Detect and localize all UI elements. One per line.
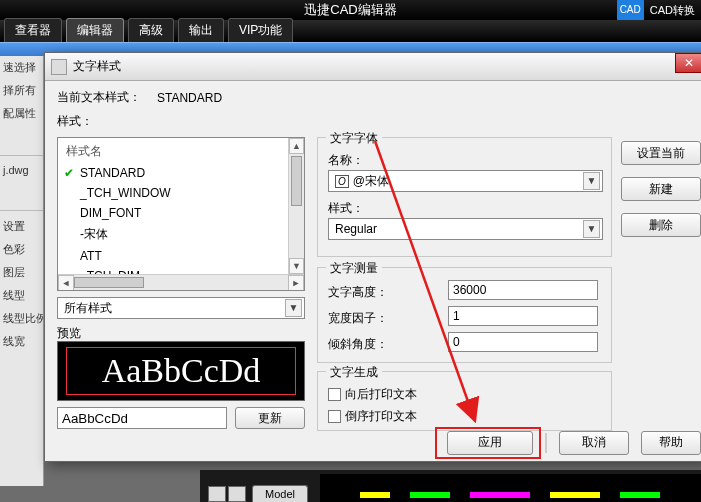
sidebar-item[interactable]: 图层 — [0, 261, 43, 284]
upsidedown-checkbox[interactable]: 倒序打印文本 — [328, 408, 417, 425]
dialog-icon — [51, 59, 67, 75]
measure-group-legend: 文字测量 — [326, 260, 382, 277]
width-factor-label: 宽度因子： — [328, 310, 388, 327]
ribbon-tabs: 查看器 编辑器 高级 输出 VIP功能 — [0, 20, 701, 42]
set-current-button[interactable]: 设置当前 — [621, 141, 701, 165]
font-name-label: 名称： — [328, 152, 364, 169]
scroll-up-icon[interactable]: ▲ — [289, 138, 304, 154]
sidebar-item[interactable]: 色彩 — [0, 238, 43, 261]
style-filter-select[interactable]: 所有样式 ▼ — [57, 297, 305, 319]
sidebar-item[interactable]: 线型比例 — [0, 307, 43, 330]
font-name-select[interactable]: O @宋体 ▼ — [328, 170, 603, 192]
style-list-item[interactable]: -宋体 — [62, 223, 284, 246]
sidebar-item[interactable]: 设置 — [0, 215, 43, 238]
cancel-button[interactable]: 取消 — [559, 431, 629, 455]
oblique-angle-label: 倾斜角度： — [328, 336, 388, 353]
style-list-item[interactable]: DIM_FONT — [62, 203, 284, 223]
text-height-input[interactable] — [448, 280, 598, 300]
preview-box: AaBbCcDd — [57, 341, 305, 401]
scroll-down-icon[interactable]: ▼ — [289, 258, 304, 274]
preview-input[interactable] — [57, 407, 227, 429]
button-separator — [545, 433, 547, 453]
text-style-dialog: 文字样式 ✕ 当前文本样式： STANDARD 样式： 样式名 STANDARD… — [44, 52, 701, 462]
apply-button[interactable]: 应用 — [447, 431, 533, 455]
scroll-thumb[interactable] — [291, 156, 302, 206]
dialog-title: 文字样式 — [73, 58, 121, 75]
style-list-item[interactable]: STANDARD — [62, 163, 284, 183]
ribbon-tab-vip[interactable]: VIP功能 — [228, 18, 293, 42]
generation-group-legend: 文字生成 — [326, 364, 382, 381]
sidebar-item[interactable]: 线型 — [0, 284, 43, 307]
ribbon-tab-advanced[interactable]: 高级 — [128, 18, 174, 42]
tab-nav-prev-icon[interactable] — [228, 486, 246, 502]
drawing-canvas-strip — [320, 474, 701, 502]
cad-convert-label: CAD转换 — [650, 0, 695, 20]
sidebar-item[interactable]: 配属性 — [0, 102, 43, 125]
vertical-scrollbar[interactable]: ▲ ▼ — [288, 138, 304, 274]
sidebar-item[interactable]: 速选择 — [0, 56, 43, 79]
sidebar-item-file[interactable]: j.dwg — [0, 160, 43, 180]
text-height-label: 文字高度： — [328, 284, 388, 301]
style-list-item[interactable]: ATT — [62, 246, 284, 266]
generation-group: 文字生成 向后打印文本 倒序打印文本 — [317, 371, 612, 431]
sidebar-item[interactable]: 择所有 — [0, 79, 43, 102]
truetype-icon: O — [335, 175, 349, 188]
help-button[interactable]: 帮助 — [641, 431, 701, 455]
font-group-legend: 文字字体 — [326, 130, 382, 147]
ribbon-tab-editor[interactable]: 编辑器 — [66, 18, 124, 42]
style-listbox[interactable]: 样式名 STANDARD _TCH_WINDOW DIM_FONT -宋体 AT… — [57, 137, 305, 291]
upsidedown-label: 倒序打印文本 — [345, 408, 417, 425]
style-list-header: 样式名 — [62, 140, 284, 163]
current-style-value: STANDARD — [157, 91, 222, 105]
app-titlebar: 迅捷CAD编辑器 CAD CAD转换 — [0, 0, 701, 20]
oblique-angle-input[interactable] — [448, 332, 598, 352]
current-style-label: 当前文本样式： — [57, 89, 141, 106]
model-tab-strip: Model — [200, 470, 701, 502]
checkbox-icon — [328, 410, 341, 423]
width-factor-input[interactable] — [448, 306, 598, 326]
new-button[interactable]: 新建 — [621, 177, 701, 201]
model-tab[interactable]: Model — [252, 485, 308, 502]
dialog-titlebar[interactable]: 文字样式 ✕ — [45, 53, 701, 81]
font-group: 文字字体 名称： O @宋体 ▼ 样式： Regular ▼ — [317, 137, 612, 257]
cad-badge: CAD — [617, 0, 644, 21]
style-filter-value: 所有样式 — [64, 300, 112, 317]
chevron-down-icon: ▼ — [583, 220, 600, 238]
chevron-down-icon: ▼ — [285, 299, 302, 317]
style-list-item[interactable]: _TCH_DIM — [62, 266, 284, 274]
horizontal-scrollbar[interactable]: ◄ ► — [58, 274, 304, 290]
backwards-label: 向后打印文本 — [345, 386, 417, 403]
ribbon-tab-viewer[interactable]: 查看器 — [4, 18, 62, 42]
checkbox-icon — [328, 388, 341, 401]
backwards-checkbox[interactable]: 向后打印文本 — [328, 386, 417, 403]
styles-label: 样式： — [57, 113, 93, 130]
scroll-right-icon[interactable]: ► — [288, 275, 304, 291]
delete-button[interactable]: 删除 — [621, 213, 701, 237]
font-style-value: Regular — [335, 222, 377, 236]
app-sidebar: 速选择 择所有 配属性 j.dwg 设置 色彩 图层 线型 线型比例 线宽 — [0, 56, 44, 486]
preview-label: 预览 — [57, 325, 81, 342]
sidebar-item[interactable]: 线宽 — [0, 330, 43, 353]
tab-nav-first-icon[interactable] — [208, 486, 226, 502]
style-list-item[interactable]: _TCH_WINDOW — [62, 183, 284, 203]
font-style-label: 样式： — [328, 200, 364, 217]
font-name-value: @宋体 — [353, 173, 389, 190]
chevron-down-icon: ▼ — [583, 172, 600, 190]
measure-group: 文字测量 文字高度： 宽度因子： 倾斜角度： — [317, 267, 612, 363]
preview-text: AaBbCcDd — [66, 347, 296, 395]
scroll-left-icon[interactable]: ◄ — [58, 275, 74, 291]
app-title: 迅捷CAD编辑器 — [304, 2, 396, 17]
font-style-select[interactable]: Regular ▼ — [328, 218, 603, 240]
update-button[interactable]: 更新 — [235, 407, 305, 429]
hscroll-thumb[interactable] — [74, 277, 144, 288]
close-button[interactable]: ✕ — [675, 53, 701, 73]
ribbon-tab-output[interactable]: 输出 — [178, 18, 224, 42]
